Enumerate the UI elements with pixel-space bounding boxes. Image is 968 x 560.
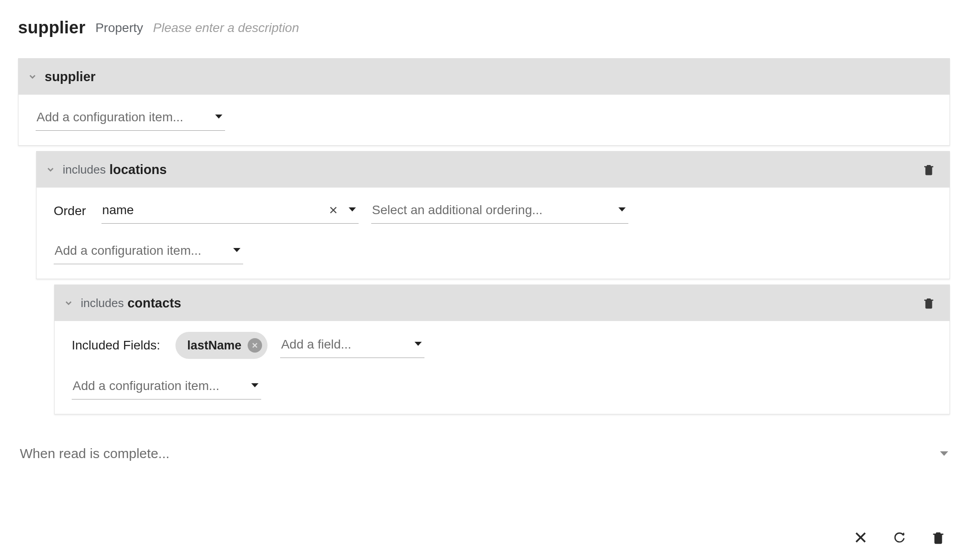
chevron-down-icon[interactable] xyxy=(25,69,40,84)
select-placeholder: Add a configuration item... xyxy=(73,379,245,393)
chevron-down-icon[interactable] xyxy=(61,295,76,311)
dropdown-triangle-icon xyxy=(415,342,422,346)
additional-order-select[interactable]: Select an additional ordering... xyxy=(371,198,628,224)
refresh-icon xyxy=(892,530,907,545)
close-icon xyxy=(853,530,868,545)
delete-button[interactable] xyxy=(927,526,950,549)
trash-icon xyxy=(922,163,936,176)
dropdown-triangle-icon xyxy=(233,248,240,252)
add-field-select[interactable]: Add a field... xyxy=(280,333,424,358)
select-value: name xyxy=(102,203,322,217)
panel-header-contacts: includes contacts xyxy=(55,285,950,321)
select-placeholder: Select an additional ordering... xyxy=(372,203,612,217)
order-label: Order xyxy=(54,204,86,218)
panel-header-supplier: supplier xyxy=(18,59,950,95)
panel-title: contacts xyxy=(127,296,181,311)
close-icon xyxy=(251,342,258,349)
chip-label: lastName xyxy=(187,339,241,353)
page-title: supplier xyxy=(18,18,85,37)
action-bar xyxy=(849,526,950,549)
trash-icon xyxy=(922,296,936,310)
dropdown-triangle-icon xyxy=(618,207,626,211)
page-header: supplier Property xyxy=(18,18,950,37)
order-select[interactable]: name xyxy=(101,198,359,224)
select-placeholder: Add a configuration item... xyxy=(37,110,209,124)
page-subtitle: Property xyxy=(95,21,143,35)
dropdown-triangle-icon xyxy=(251,383,258,387)
refresh-button[interactable] xyxy=(888,526,911,549)
delete-panel-button[interactable] xyxy=(919,160,939,179)
panel-header-locations: includes locations xyxy=(37,151,950,188)
clear-order-button[interactable] xyxy=(324,201,342,219)
dropdown-triangle-icon xyxy=(215,115,222,119)
chevron-down-icon[interactable] xyxy=(43,162,58,177)
panel-locations: includes locations Order name Select an … xyxy=(36,151,950,279)
panel-title: supplier xyxy=(45,69,96,84)
panel-supplier: supplier Add a configuration item... xyxy=(18,58,950,146)
tab-handle[interactable] xyxy=(909,62,950,67)
included-fields-label: Included Fields: xyxy=(72,338,160,353)
panel-title: locations xyxy=(109,162,166,177)
when-read-complete-expander[interactable]: When read is complete... xyxy=(18,446,950,461)
dropdown-triangle-icon xyxy=(349,207,356,211)
select-placeholder: Add a configuration item... xyxy=(55,243,227,258)
includes-label: includes xyxy=(63,163,106,177)
includes-label: includes xyxy=(81,296,124,310)
add-config-item-select[interactable]: Add a configuration item... xyxy=(54,239,243,264)
chevron-down-icon xyxy=(940,451,948,456)
panel-contacts: includes contacts Included Fields: lastN… xyxy=(54,285,950,414)
field-chip-lastname: lastName xyxy=(175,332,267,359)
add-config-item-select[interactable]: Add a configuration item... xyxy=(36,106,225,131)
trash-icon xyxy=(931,530,946,545)
select-placeholder: Add a field... xyxy=(281,337,408,352)
close-button[interactable] xyxy=(849,526,872,549)
close-icon xyxy=(328,205,338,215)
add-config-item-select[interactable]: Add a configuration item... xyxy=(72,374,261,399)
remove-chip-button[interactable] xyxy=(248,338,262,353)
delete-panel-button[interactable] xyxy=(919,293,939,313)
description-input[interactable] xyxy=(153,21,378,35)
footer-label: When read is complete... xyxy=(20,446,940,461)
